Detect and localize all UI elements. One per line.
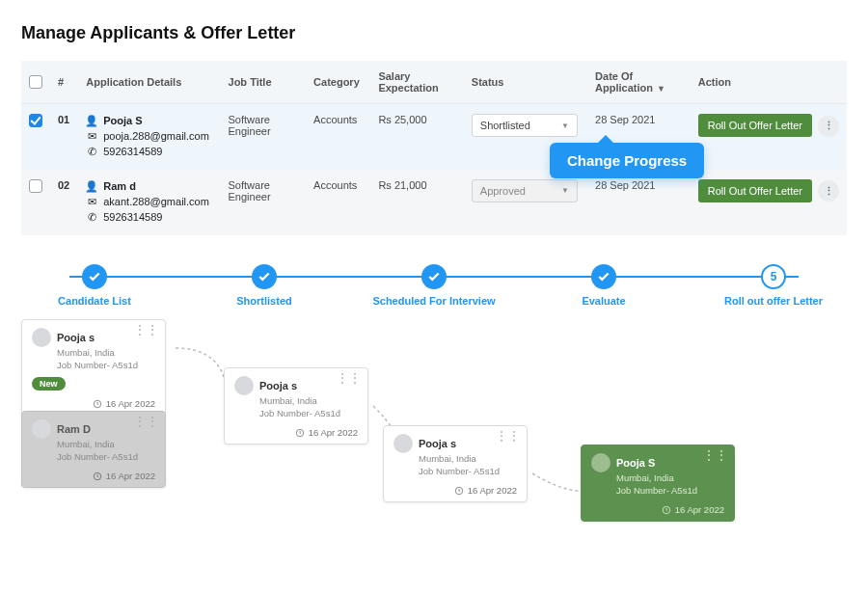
card-menu-icon[interactable]: ⋮⋮ bbox=[134, 418, 159, 425]
step-roll-out-offer[interactable]: 5 Roll out offer Letter bbox=[706, 264, 841, 309]
applicant-details: 👤Ram d ✉akant.288@gmail.com ✆5926314589 bbox=[78, 170, 220, 235]
new-badge: New bbox=[32, 377, 66, 391]
row-actions-menu[interactable]: ⋮ bbox=[818, 180, 839, 202]
roll-out-offer-button[interactable]: Roll Out Offer Letter bbox=[698, 179, 812, 202]
clock-icon bbox=[295, 428, 305, 438]
col-details: Application Details bbox=[78, 61, 220, 104]
row-index: 02 bbox=[50, 170, 78, 235]
change-progress-tooltip: Change Progress bbox=[550, 143, 704, 178]
category: Accounts bbox=[306, 170, 370, 235]
progress-stepper: Candidate List Shortlisted Scheduled For… bbox=[21, 264, 847, 309]
email-icon: ✉ bbox=[86, 195, 97, 210]
chevron-down-icon: ▼ bbox=[561, 186, 569, 195]
job-title: Software Engineer bbox=[221, 170, 307, 235]
card-menu-icon[interactable]: ⋮⋮ bbox=[337, 374, 362, 382]
avatar bbox=[32, 328, 51, 347]
salary: Rs 25,000 bbox=[370, 104, 463, 170]
check-icon bbox=[88, 270, 101, 283]
candidate-card[interactable]: ⋮⋮ Pooja s Mumbai, India Job Number- A5s… bbox=[383, 425, 528, 502]
roll-out-offer-button[interactable]: Roll Out Offer Letter bbox=[698, 114, 812, 137]
avatar bbox=[591, 453, 610, 472]
check-icon bbox=[597, 270, 610, 283]
phone-icon: ✆ bbox=[86, 210, 97, 226]
table-row: 01 👤Pooja S ✉pooja.288@gmail.com ✆592631… bbox=[21, 104, 847, 170]
row-checkbox[interactable] bbox=[29, 179, 42, 193]
avatar bbox=[32, 419, 51, 439]
card-menu-icon[interactable]: ⋮⋮ bbox=[703, 451, 728, 459]
col-status: Status bbox=[464, 61, 587, 104]
avatar bbox=[393, 434, 413, 453]
person-icon: 👤 bbox=[86, 114, 97, 129]
clock-icon bbox=[93, 472, 102, 481]
card-menu-icon[interactable]: ⋮⋮ bbox=[496, 432, 521, 440]
candidate-card[interactable]: ⋮⋮ Ram D Mumbai, India Job Number- A5s1d… bbox=[21, 411, 166, 488]
avatar bbox=[234, 376, 254, 395]
sort-desc-icon: ▼ bbox=[657, 84, 665, 94]
salary: Rs 21,000 bbox=[370, 170, 463, 235]
col-action: Action bbox=[691, 61, 847, 104]
select-all-checkbox[interactable] bbox=[29, 75, 42, 89]
clock-icon bbox=[93, 399, 102, 409]
step-candidate-list[interactable]: Candidate List bbox=[27, 264, 162, 309]
row-checkbox[interactable] bbox=[29, 114, 42, 127]
step-shortlisted[interactable]: Shortlisted bbox=[197, 264, 332, 309]
clock-icon bbox=[454, 486, 464, 496]
candidate-card[interactable]: ⋮⋮ Pooja s Mumbai, India Job Number- A5s… bbox=[21, 319, 166, 416]
application-date: 28 Sep 2021 bbox=[587, 170, 691, 235]
col-salary: Salary Expectation bbox=[370, 61, 463, 104]
phone-icon: ✆ bbox=[86, 145, 97, 160]
status-select[interactable]: Shortlisted▼ bbox=[472, 114, 578, 137]
category: Accounts bbox=[306, 104, 370, 170]
job-title: Software Engineer bbox=[221, 104, 307, 170]
step-node-done bbox=[82, 264, 107, 289]
step-node-done bbox=[252, 264, 277, 289]
col-index: # bbox=[50, 61, 78, 104]
col-date[interactable]: Date Of Application▼ bbox=[587, 61, 691, 104]
clock-icon bbox=[662, 505, 671, 515]
col-job: Job Title bbox=[221, 61, 307, 104]
row-actions-menu[interactable]: ⋮ bbox=[818, 116, 839, 137]
chevron-down-icon: ▼ bbox=[561, 121, 569, 130]
card-menu-icon[interactable]: ⋮⋮ bbox=[134, 326, 159, 334]
applicants-table: # Application Details Job Title Category… bbox=[21, 61, 847, 235]
candidate-card[interactable]: ⋮⋮ Pooja S Mumbai, India Job Number- A5s… bbox=[581, 445, 735, 522]
kanban-board: ⋮⋮ Pooja s Mumbai, India Job Number- A5s… bbox=[21, 319, 847, 531]
step-node-done bbox=[591, 264, 616, 289]
step-scheduled-interview[interactable]: Scheduled For Interview bbox=[366, 264, 502, 309]
table-row: 02 👤Ram d ✉akant.288@gmail.com ✆59263145… bbox=[21, 170, 847, 235]
email-icon: ✉ bbox=[86, 129, 97, 145]
check-icon bbox=[258, 270, 271, 283]
page-title: Manage Applicants & Offer Letter bbox=[21, 23, 847, 43]
check-icon bbox=[427, 270, 441, 283]
status-select[interactable]: Approved▼ bbox=[472, 179, 578, 202]
step-node-pending: 5 bbox=[761, 264, 786, 289]
col-category: Category bbox=[306, 61, 370, 104]
person-icon: 👤 bbox=[86, 179, 97, 195]
step-node-done bbox=[421, 264, 447, 289]
applicant-details: 👤Pooja S ✉pooja.288@gmail.com ✆592631458… bbox=[78, 104, 220, 170]
step-evaluate[interactable]: Evaluate bbox=[536, 264, 671, 309]
candidate-card[interactable]: ⋮⋮ Pooja s Mumbai, India Job Number- A5s… bbox=[224, 367, 368, 445]
row-index: 01 bbox=[50, 104, 78, 170]
